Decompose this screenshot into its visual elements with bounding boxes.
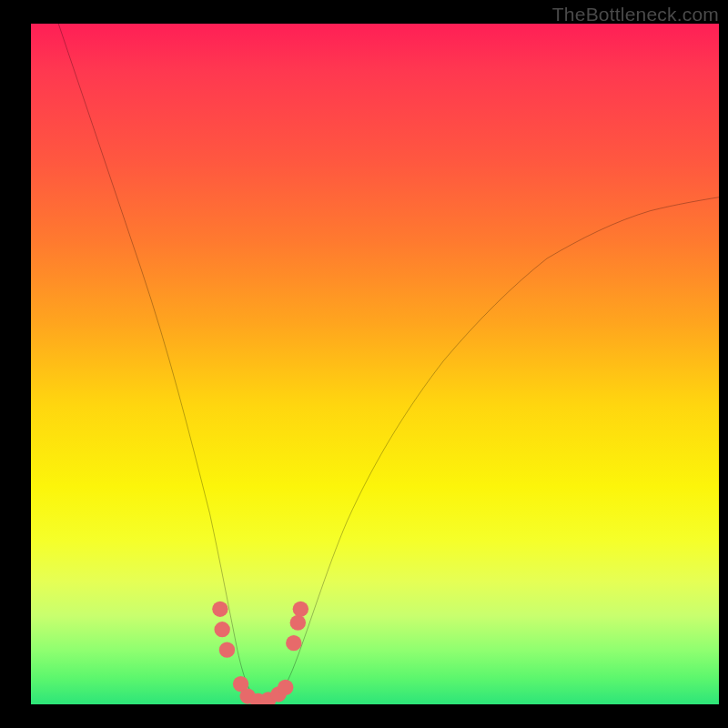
marker-dot (278, 680, 293, 695)
marker-group (212, 602, 308, 704)
marker-dot (219, 642, 235, 658)
marker-dot (290, 615, 306, 631)
plot-area (31, 24, 719, 704)
chart-frame: TheBottleneck.com (0, 0, 728, 728)
marker-dot (293, 602, 308, 617)
marker-dot (286, 635, 301, 651)
bottleneck-curve (58, 24, 719, 704)
marker-dot (212, 602, 228, 617)
chart-svg (31, 24, 719, 704)
watermark-text: TheBottleneck.com (552, 4, 719, 25)
marker-dot (214, 622, 229, 637)
